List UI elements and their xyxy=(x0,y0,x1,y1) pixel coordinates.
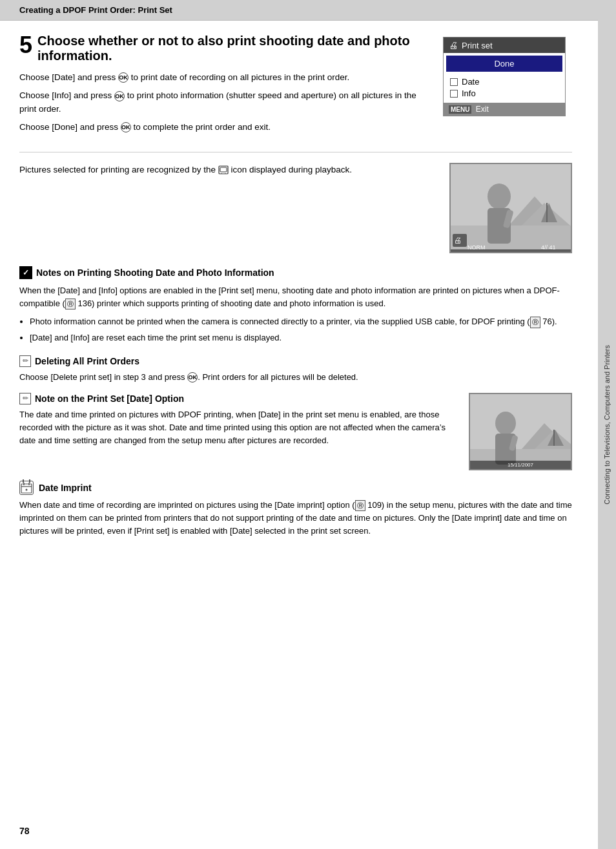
note-print-section: ✏ Note on the Print Set [Date] Option Th… xyxy=(19,393,572,470)
step5-body: Choose [Date] and press OK to print date… xyxy=(19,71,430,134)
pencil-icon-2: ✏ xyxy=(19,393,31,404)
svg-point-23 xyxy=(495,412,516,435)
print-set-info-label: Info xyxy=(462,89,476,98)
svg-point-30 xyxy=(26,488,28,490)
date-imprint-body: When date and time of recording are impr… xyxy=(19,499,572,538)
small-cam-svg xyxy=(470,394,572,470)
pictures-section: Pictures selected for printing are recog… xyxy=(19,163,572,253)
print-set-date-label: Date xyxy=(462,77,479,87)
ref-icon-76: Ⓡ xyxy=(530,317,540,328)
note-print-right: 15/11/2007 xyxy=(469,393,572,470)
pictures-text: Pictures selected for printing are recog… xyxy=(19,163,436,253)
step5-title: Choose whether or not to also print shoo… xyxy=(19,34,430,63)
notes-body: When the [Date] and [Info] options are e… xyxy=(19,284,572,310)
step5-section: 5 Choose whether or not to also print sh… xyxy=(19,34,572,139)
step5-para2: Choose [Info] and press OK to print phot… xyxy=(19,89,430,116)
print-set-item-info: Info xyxy=(450,89,559,98)
notes-title: Notes on Printing Shooting Date and Phot… xyxy=(36,267,274,278)
ok-icon-1: OK xyxy=(118,72,128,83)
print-set-exit-label: Exit xyxy=(476,105,489,114)
checkbox-info xyxy=(450,90,458,98)
menu-label: MENU xyxy=(449,105,471,114)
step5-number: 5 xyxy=(19,34,32,57)
svg-rect-1 xyxy=(220,167,227,172)
date-imprint-title: Date Imprint xyxy=(39,483,92,493)
ok-icon-2: OK xyxy=(114,91,125,101)
calendar-icon xyxy=(19,481,34,495)
print-set-item-date: Date xyxy=(450,77,559,87)
ok-icon-4: OK xyxy=(187,372,198,383)
calendar-svg xyxy=(21,482,32,494)
print-set-done-label: Done xyxy=(494,59,514,68)
checkmark-icon: ✓ xyxy=(19,266,32,279)
page-header: Creating a DPOF Print Order: Print Set xyxy=(0,0,616,21)
pencil-icon-1: ✏ xyxy=(19,355,31,367)
svg-text:🖨: 🖨 xyxy=(454,236,462,245)
pictures-para: Pictures selected for printing are recog… xyxy=(19,163,436,177)
ok-icon-3: OK xyxy=(121,122,131,132)
svg-rect-22 xyxy=(553,430,555,446)
printer-icon: 🖨 xyxy=(449,40,458,50)
step5-para1: Choose [Date] and press OK to print date… xyxy=(19,71,430,84)
svg-rect-9 xyxy=(546,203,548,222)
notes-bullet-2: [Date] and [Info] are reset each time th… xyxy=(30,331,572,344)
print-set-header: 🖨 Print set xyxy=(444,37,565,53)
step5-left: 5 Choose whether or not to also print sh… xyxy=(19,34,430,139)
cam-bottom-bar xyxy=(451,249,571,252)
dpof-inline-icon xyxy=(218,165,229,175)
step5-heading: 5 Choose whether or not to also print sh… xyxy=(19,34,430,63)
date-imprint-header: Date Imprint xyxy=(19,481,572,495)
date-imprint-section: Date Imprint When date and time of recor… xyxy=(19,481,572,538)
note-print-title: Note on the Print Set [Date] Option xyxy=(35,393,184,404)
print-set-done-row: Done xyxy=(446,56,562,72)
cam-scene-svg: 🖨 NORM 4// 41 xyxy=(451,164,572,253)
print-set-footer: MENU Exit xyxy=(444,103,565,116)
note-print-body: The date and time printed on pictures wi… xyxy=(19,408,456,447)
svg-rect-26 xyxy=(21,484,32,493)
step5-para3: Choose [Done] and press OK to complete t… xyxy=(19,121,430,134)
camera-display: 15/11/2007 15:30 IN 0004.JPG xyxy=(449,163,572,253)
note-print-header: ✏ Note on the Print Set [Date] Option xyxy=(19,393,456,404)
deleting-header: ✏ Deleting All Print Orders xyxy=(19,355,572,367)
sidebar-text: Connecting to Televisions, Computers and… xyxy=(603,345,611,505)
deleting-body: Choose [Delete print set] in step 3 and … xyxy=(19,371,572,384)
note-print-left: ✏ Note on the Print Set [Date] Option Th… xyxy=(19,393,456,470)
notes-bullet-1: Photo information cannot be printed when… xyxy=(30,315,572,328)
main-content: 5 Choose whether or not to also print sh… xyxy=(0,21,598,557)
print-set-title: Print set xyxy=(462,41,493,50)
page-number: 78 xyxy=(19,826,30,836)
deleting-section: ✏ Deleting All Print Orders Choose [Dele… xyxy=(19,355,572,384)
ref-icon-109: Ⓡ xyxy=(355,500,365,512)
sidebar: Connecting to Televisions, Computers and… xyxy=(598,0,616,849)
checkbox-date xyxy=(450,78,458,86)
notes-bullets: Photo information cannot be printed when… xyxy=(19,315,572,344)
ref-icon-136: Ⓡ xyxy=(65,299,76,310)
small-cam-bottom: 15/11/2007 xyxy=(470,461,571,469)
step5-right: 🖨 Print set Done Date Info xyxy=(443,34,572,139)
divider-1 xyxy=(19,152,572,152)
notes-section: ✓ Notes on Printing Shooting Date and Ph… xyxy=(19,266,572,345)
header-title: Creating a DPOF Print Order: Print Set xyxy=(19,5,172,15)
small-camera: 15/11/2007 xyxy=(469,393,572,470)
svg-point-10 xyxy=(488,183,511,209)
print-set-items: Date Info xyxy=(444,74,565,103)
print-set-box: 🖨 Print set Done Date Info xyxy=(443,37,566,116)
notes-header: ✓ Notes on Printing Shooting Date and Ph… xyxy=(19,266,572,279)
small-cam-date: 15/11/2007 xyxy=(508,462,533,468)
deleting-title: Deleting All Print Orders xyxy=(35,356,139,366)
